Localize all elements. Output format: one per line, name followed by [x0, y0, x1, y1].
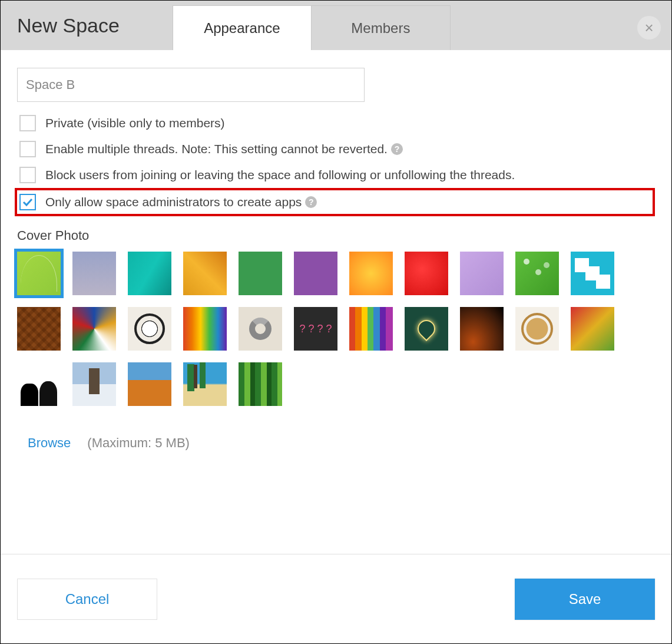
- space-name-input[interactable]: [17, 68, 365, 102]
- cover-thumb-25[interactable]: [128, 362, 171, 406]
- cover-thumb-9[interactable]: [460, 252, 504, 295]
- cover-thumb-15[interactable]: [183, 307, 227, 351]
- cover-thumb-10[interactable]: [515, 252, 559, 295]
- cover-thumb-6[interactable]: [294, 252, 337, 295]
- tab-appearance[interactable]: Appearance: [173, 5, 312, 50]
- cover-thumb-17[interactable]: [294, 307, 337, 351]
- cover-thumb-12[interactable]: [17, 307, 61, 351]
- cover-thumb-16[interactable]: [239, 307, 282, 351]
- cover-thumb-21[interactable]: [515, 307, 559, 351]
- cover-thumb-24[interactable]: [72, 362, 116, 406]
- check-icon: [22, 196, 34, 208]
- cover-thumb-4[interactable]: [183, 252, 227, 295]
- save-button[interactable]: Save: [515, 579, 655, 620]
- option-multithread-label: Enable multiple threads. Note: This sett…: [45, 142, 388, 156]
- tab-members[interactable]: Members: [312, 5, 451, 50]
- cover-thumb-14[interactable]: [128, 307, 171, 351]
- dialog-header: New Space Appearance Members ×: [1, 1, 671, 50]
- appearance-panel: Private (visible only to members) Enable…: [1, 50, 671, 457]
- option-block-join-label: Block users from joining or leaving the …: [45, 168, 515, 182]
- close-icon: ×: [644, 19, 653, 37]
- option-admin-apps[interactable]: Only allow space administrators to creat…: [15, 188, 655, 216]
- checkbox-admin-apps[interactable]: [19, 194, 36, 210]
- checkbox-multithread[interactable]: [19, 141, 36, 157]
- cancel-button[interactable]: Cancel: [17, 579, 157, 620]
- option-private-label: Private (visible only to members): [45, 116, 225, 130]
- cover-thumb-11[interactable]: [571, 252, 614, 295]
- tab-bar: Appearance Members: [173, 5, 451, 50]
- checkbox-private[interactable]: [19, 115, 36, 131]
- help-icon[interactable]: ?: [391, 143, 403, 155]
- option-admin-apps-label: Only allow space administrators to creat…: [45, 195, 302, 209]
- cover-photo-grid: [17, 252, 641, 406]
- options-group: Private (visible only to members) Enable…: [17, 110, 655, 216]
- cover-thumb-13[interactable]: [72, 307, 116, 351]
- cover-thumb-5[interactable]: [239, 252, 282, 295]
- browse-link[interactable]: Browse: [28, 435, 71, 451]
- cover-thumb-19[interactable]: [405, 307, 448, 351]
- cover-thumb-20[interactable]: [460, 307, 504, 351]
- dialog-footer: Cancel Save: [1, 554, 671, 643]
- cover-thumb-23[interactable]: [17, 362, 61, 406]
- cover-thumb-1[interactable]: [17, 252, 61, 295]
- cover-thumb-26[interactable]: [183, 362, 227, 406]
- option-block-join[interactable]: Block users from joining or leaving the …: [17, 162, 655, 188]
- cover-thumb-18[interactable]: [349, 307, 393, 351]
- cover-photo-label: Cover Photo: [17, 228, 655, 243]
- option-private[interactable]: Private (visible only to members): [17, 110, 655, 136]
- cover-thumb-3[interactable]: [128, 252, 171, 295]
- dialog-title: New Space: [17, 14, 155, 50]
- upload-row: Browse (Maximum: 5 MB): [17, 435, 655, 451]
- checkbox-block-join[interactable]: [19, 167, 36, 183]
- option-multithread[interactable]: Enable multiple threads. Note: This sett…: [17, 136, 655, 162]
- cover-thumb-2[interactable]: [72, 252, 116, 295]
- cover-thumb-7[interactable]: [349, 252, 393, 295]
- upload-max-hint: (Maximum: 5 MB): [87, 435, 190, 451]
- close-button[interactable]: ×: [637, 16, 661, 39]
- help-icon[interactable]: ?: [305, 196, 317, 208]
- cover-thumb-22[interactable]: [571, 307, 614, 351]
- cover-thumb-8[interactable]: [405, 252, 448, 295]
- cover-thumb-27[interactable]: [239, 362, 282, 406]
